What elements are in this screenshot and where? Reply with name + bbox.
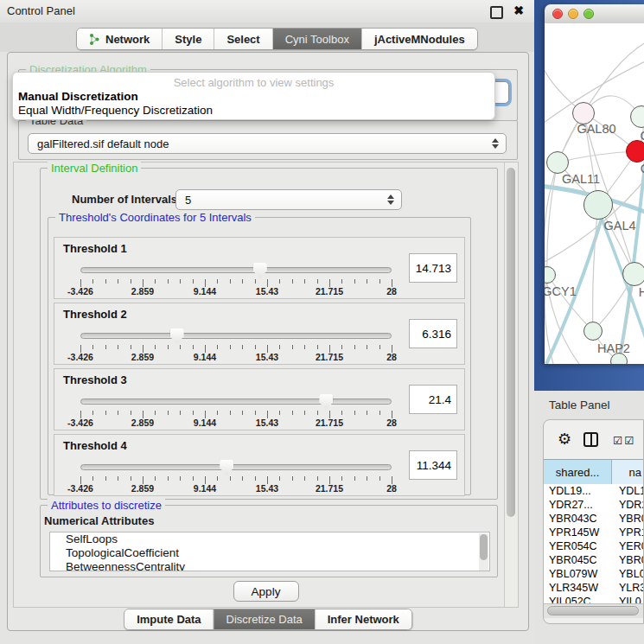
threshold-value-field[interactable]: 11.344 (409, 450, 457, 480)
tab-label: jActiveMNodules (374, 33, 465, 46)
attributes-group-title: Attributes to discretize (48, 499, 165, 512)
cell-shared-name: YBR045C (544, 553, 611, 567)
float-window-icon[interactable] (490, 6, 503, 19)
window-close-icon[interactable] (552, 9, 563, 19)
table-row[interactable]: YDL19...YDL1 (544, 484, 643, 498)
table-data-group: Table Data galFiltered.sif default node (18, 120, 518, 160)
slider-thumb[interactable] (253, 263, 267, 278)
network-window-titlebar (545, 4, 644, 24)
control-panel-titlebar: Control Panel ✖ (0, 0, 534, 23)
cell-name: YPR1 (611, 526, 643, 539)
slider-thumb[interactable] (170, 328, 184, 344)
threshold-value-field[interactable]: 14.713 (409, 253, 457, 283)
network-node-c[interactable] (626, 140, 644, 163)
tab-discretize-data[interactable]: Discretize Data (214, 609, 315, 629)
network-node-h[interactable] (622, 262, 644, 286)
number-of-intervals-label: Number of Intervals (72, 193, 177, 206)
node-label: GAL4 (603, 219, 635, 233)
settings-vertical-scrollbar[interactable] (504, 163, 518, 607)
tab-style[interactable]: Style (162, 29, 214, 49)
network-node-gal4[interactable] (583, 190, 613, 220)
slider-tick-label: 2.859 (131, 352, 154, 362)
tab-label: Style (175, 33, 201, 46)
slider-tick-label: 2.859 (131, 418, 154, 428)
cell-shared-name: YDL19... (544, 484, 611, 498)
table-row[interactable]: YIL052CYIL0 (544, 595, 643, 603)
column-header-shared-name[interactable]: shared... (544, 460, 612, 484)
threshold-value-field[interactable]: 21.4 (409, 385, 457, 414)
node-label: H (639, 285, 644, 299)
tab-network[interactable]: Network (77, 29, 162, 49)
table-panel: Table Panel ⚙ ☑☑ shared... na YDL19...YD… (534, 391, 644, 644)
network-node[interactable] (610, 353, 628, 364)
slider-tick-label: 28 (386, 483, 397, 494)
slider-thumb[interactable] (220, 460, 233, 475)
attributes-list-scrollbar[interactable] (479, 533, 488, 571)
window-minimize-icon[interactable] (568, 9, 578, 19)
tab-infer-network[interactable]: Infer Network (315, 609, 411, 629)
cell-name: YBL0 (611, 567, 643, 581)
numerical-attributes-label: Numerical Attributes (44, 514, 154, 527)
numerical-attributes-list[interactable]: SelfLoopsTopologicalCoefficientBetweenne… (49, 532, 490, 571)
checkbox-checked-icons[interactable]: ☑☑ (613, 434, 635, 447)
slider-track (80, 267, 392, 273)
split-view-icon[interactable] (583, 432, 598, 447)
slider-track (80, 399, 392, 405)
threshold-label: Threshold 2 (63, 308, 127, 321)
slider-tick-label: 9.144 (194, 286, 216, 296)
cell-shared-name: YLR345W (544, 581, 611, 595)
tab-select[interactable]: Select (214, 29, 271, 49)
table-row[interactable]: YDR27...YDR2 (544, 498, 643, 512)
algorithm-placeholder-option[interactable]: Select algorithm to view settings (13, 76, 494, 89)
algorithm-option-equal-width[interactable]: Equal Width/Frequency Discretization (18, 104, 213, 117)
cell-name: YER0 (611, 539, 643, 553)
table-row[interactable]: YBL079WYBL0 (544, 567, 643, 581)
number-of-intervals-combobox[interactable]: 5 (175, 189, 402, 210)
thresholds-group: Threshold's Coordinates for 5 Intervals … (48, 217, 471, 495)
control-panel-title: Control Panel (7, 4, 75, 17)
slider-tick-label: 9.144 (194, 483, 216, 494)
threshold-slider[interactable]: -3.4262.8599.14415.4321.71528 (80, 392, 392, 426)
apply-button[interactable]: Apply (233, 581, 299, 602)
window-zoom-icon[interactable] (583, 9, 594, 19)
slider-track (80, 333, 392, 339)
threshold-slider[interactable]: -3.4262.8599.14415.4321.71528 (80, 457, 392, 492)
tab-jactivemnodules[interactable]: jActiveMNodules (361, 29, 477, 49)
slider-tick-label: 15.43 (256, 483, 278, 494)
threshold-slider[interactable]: -3.4262.8599.14415.4321.71528 (80, 260, 392, 295)
control-panel: Control Panel ✖ NetworkStyleSelectCyni T… (0, 0, 534, 644)
threshold-label: Threshold 4 (63, 439, 127, 452)
threshold-4-panel: Threshold 4-3.4262.8599.14415.4321.71528… (54, 434, 465, 496)
table-row[interactable]: YLR345WYLR3 (544, 581, 643, 595)
tab-cyni-toolbox[interactable]: Cyni Toolbox (272, 29, 361, 49)
tab-impute-data[interactable]: Impute Data (124, 609, 213, 629)
slider-tick-label: 21.715 (316, 483, 343, 494)
network-canvas[interactable]: GAL80GACGAL11GAL4GCY1HHAP2 (545, 23, 644, 364)
network-node-gal11[interactable] (546, 151, 569, 174)
threshold-slider[interactable]: -3.4262.8599.14415.4321.71528 (80, 326, 392, 360)
slider-tick-label: -3.426 (67, 352, 93, 362)
attribute-list-item[interactable]: SelfLoops (50, 532, 489, 546)
attribute-list-item[interactable]: TopologicalCoefficient (50, 546, 489, 560)
threshold-value-field[interactable]: 6.316 (409, 319, 457, 348)
gear-icon[interactable]: ⚙ (558, 430, 571, 449)
slider-thumb[interactable] (319, 394, 333, 410)
table-data-combobox[interactable]: galFiltered.sif default node (28, 133, 507, 154)
column-header-name[interactable]: na (612, 460, 643, 484)
tab-label: Select (226, 33, 259, 46)
table-row[interactable]: YPR145WYPR1 (544, 526, 643, 539)
network-node-hap2[interactable] (583, 322, 603, 341)
attributes-group: Attributes to discretize Numerical Attri… (40, 505, 498, 577)
algorithm-option-manual[interactable]: Manual Discretization (18, 90, 138, 103)
screen: Control Panel ✖ NetworkStyleSelectCyni T… (0, 0, 644, 644)
table-row[interactable]: YBR045CYBR0 (544, 553, 643, 567)
threshold-1-panel: Threshold 1-3.4262.8599.14415.4321.71528… (54, 237, 465, 299)
table-row[interactable]: YBR043CYBR0 (544, 512, 643, 526)
table-horizontal-scrollbar[interactable] (544, 603, 643, 618)
close-icon[interactable]: ✖ (513, 3, 524, 17)
attribute-list-item[interactable]: BetweennessCentrality (50, 560, 489, 571)
table-row[interactable]: YER054CYER0 (544, 539, 643, 553)
cell-shared-name: YBR043C (544, 512, 611, 526)
cell-name: YBR0 (611, 512, 643, 526)
slider-tick-label: 15.43 (256, 286, 278, 296)
